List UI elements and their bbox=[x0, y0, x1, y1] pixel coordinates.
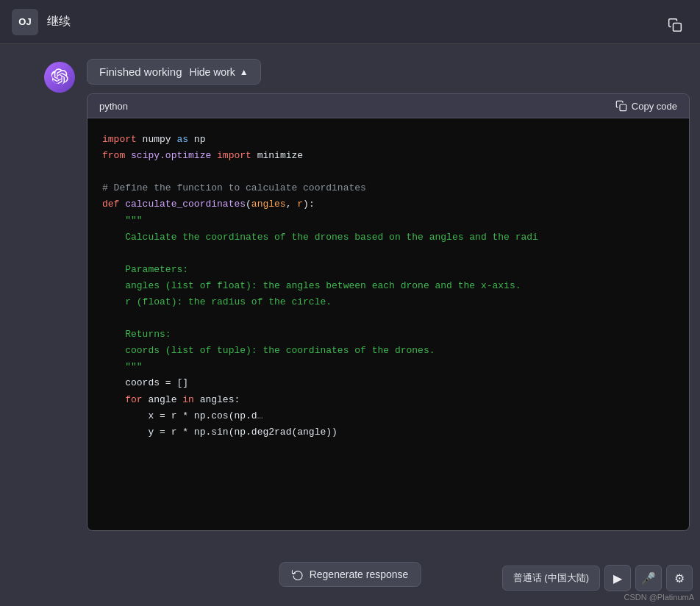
language-button[interactable]: 普通话 (中国大陆) bbox=[502, 566, 600, 591]
code-block-header: python Copy code bbox=[88, 94, 689, 118]
finished-pill[interactable]: Finished working Hide work ▲ bbox=[87, 59, 261, 85]
code-language: python bbox=[99, 101, 128, 112]
app-logo: OJ bbox=[12, 9, 38, 35]
main-content: Finished working Hide work ▲ python Copy… bbox=[0, 44, 700, 546]
code-block: python Copy code import numpy as np from… bbox=[87, 93, 690, 531]
svg-rect-0 bbox=[674, 24, 682, 32]
svg-rect-1 bbox=[620, 104, 626, 111]
navbar: OJ 继续 bbox=[0, 0, 700, 44]
settings-button[interactable]: ⚙ bbox=[666, 565, 693, 591]
navbar-title: 继续 bbox=[47, 14, 71, 29]
regenerate-button[interactable]: Regenerate response bbox=[279, 562, 421, 587]
copy-icon-top[interactable] bbox=[662, 12, 688, 38]
message-row: Finished working Hide work ▲ python Copy… bbox=[44, 59, 656, 531]
code-content: import numpy as np from scipy.optimize i… bbox=[88, 118, 689, 530]
forward-button[interactable]: ▶ bbox=[604, 565, 631, 591]
message-content: Finished working Hide work ▲ python Copy… bbox=[87, 59, 690, 531]
hide-work-button[interactable]: Hide work ▲ bbox=[190, 66, 249, 78]
regenerate-icon bbox=[292, 568, 304, 580]
watermark: CSDN @PlatinumA bbox=[624, 593, 694, 602]
finished-label: Finished working bbox=[99, 65, 182, 78]
chevron-up-icon: ▲ bbox=[240, 67, 249, 77]
avatar bbox=[44, 62, 75, 93]
copy-icon bbox=[615, 100, 627, 112]
microphone-button[interactable]: 🎤 bbox=[635, 565, 662, 591]
bottom-right-tools: 普通话 (中国大陆) ▶ 🎤 ⚙ bbox=[502, 565, 693, 591]
copy-code-button[interactable]: Copy code bbox=[615, 100, 677, 112]
